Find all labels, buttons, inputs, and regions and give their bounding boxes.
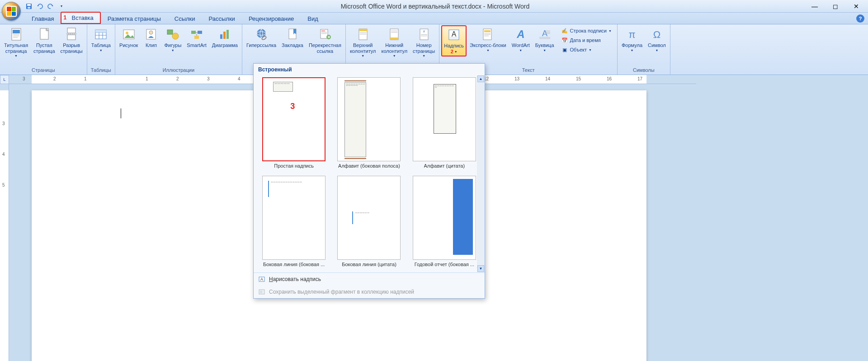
svg-point-21	[149, 31, 153, 34]
gallery-item-alphabet-quote[interactable]: xxx xxx xxx xxx xxx xxx xxx xxx xxx Алфа…	[409, 75, 480, 170]
footer-button[interactable]: Нижнийколонтитул▼	[379, 25, 410, 59]
tab-review[interactable]: Рецензирование	[242, 13, 301, 24]
ruler-corner[interactable]: L	[0, 75, 9, 84]
text-small-buttons: ✍Строка подписи▼ 📅Дата и время ▣Объект▼	[557, 25, 615, 55]
draw-textbox-button[interactable]: A Нарисовать надпись	[254, 273, 485, 286]
chevron-down-icon: ▼	[631, 49, 634, 52]
page-number-button[interactable]: # Номерстраницы▼	[410, 25, 437, 59]
svg-text:π: π	[628, 29, 635, 40]
ruler-vertical[interactable]: 345	[0, 84, 9, 361]
svg-rect-28	[223, 32, 226, 39]
bookmark-button[interactable]: Закладка	[279, 25, 306, 50]
svg-rect-55	[484, 30, 491, 32]
cover-page-button[interactable]: Титульнаястраница▼	[2, 25, 30, 59]
chart-button[interactable]: Диаграмма	[210, 25, 240, 50]
quick-access-toolbar: ▾	[25, 2, 66, 10]
window-title: Microsoft Office Word и вертикальный тек…	[66, 3, 805, 10]
svg-rect-44	[390, 38, 398, 40]
svg-rect-4	[13, 30, 20, 33]
svg-rect-2	[28, 7, 30, 9]
shapes-icon	[165, 27, 180, 42]
close-button[interactable]: ✕	[846, 1, 866, 11]
annotation-2: 2	[451, 49, 453, 54]
textbox-button[interactable]: A Надпись 2▼	[441, 25, 467, 56]
smartart-button[interactable]: SmartArt	[184, 25, 208, 50]
svg-rect-26	[194, 36, 199, 39]
svg-rect-1	[27, 4, 31, 6]
picture-button[interactable]: Рисунок	[117, 25, 141, 50]
tab-page-layout[interactable]: Разметка страницы	[101, 13, 168, 24]
page-break-button[interactable]: Разрывстраницы	[58, 25, 85, 56]
quick-parts-icon	[481, 27, 495, 42]
svg-rect-17	[95, 30, 106, 33]
minimize-button[interactable]: —	[805, 1, 825, 11]
scroll-up-icon[interactable]: ▲	[477, 75, 484, 82]
gallery-item-simple[interactable]: xxxx xxxx xxxx xxxx xxxx 3 Простая надпи…	[258, 75, 330, 170]
object-button[interactable]: ▣Объект▼	[559, 45, 613, 54]
blank-page-icon	[37, 27, 52, 42]
footer-icon	[387, 27, 401, 42]
svg-rect-41	[360, 33, 366, 33]
signature-icon: ✍	[561, 27, 568, 34]
svg-rect-50	[421, 36, 427, 36]
svg-rect-64	[539, 37, 550, 38]
save-selection-button: Сохранить выделенный фрагмент в коллекци…	[254, 286, 485, 298]
qat-customize-icon[interactable]: ▾	[57, 2, 66, 10]
svg-rect-35	[321, 31, 325, 31]
undo-icon[interactable]	[36, 2, 44, 10]
svg-rect-62	[546, 32, 550, 33]
hyperlink-button[interactable]: Гиперссылка	[244, 25, 278, 50]
svg-rect-22	[167, 30, 173, 34]
table-button[interactable]: Таблица▼	[89, 25, 113, 54]
signature-line-button[interactable]: ✍Строка подписи▼	[559, 26, 613, 35]
equation-button[interactable]: π Формула▼	[619, 25, 645, 54]
dropcap-button[interactable]: A Буквица▼	[533, 25, 557, 54]
tab-references[interactable]: Ссылки	[168, 13, 202, 24]
redo-icon[interactable]	[47, 2, 55, 10]
cross-ref-icon	[318, 27, 332, 42]
tab-insert[interactable]: 1 Вставка	[61, 12, 100, 24]
gallery-item-sideline-sidebar[interactable]: xxx xxx xxx xxx xxx xxx xxx xxx xxx xxx …	[258, 174, 330, 269]
tab-home[interactable]: Главная	[25, 13, 61, 24]
gallery-item-sideline-quote[interactable]: xxx xxx xxx xxx xxx xxx Боковая линия (ц…	[333, 174, 405, 269]
chevron-down-icon: ▼	[486, 49, 490, 52]
tab-mailings[interactable]: Рассылки	[202, 13, 242, 24]
scroll-down-icon[interactable]: ▼	[477, 265, 484, 272]
chart-icon	[217, 27, 232, 42]
date-time-button[interactable]: 📅Дата и время	[559, 36, 613, 45]
gallery-scrollbar[interactable]: ▲ ▼	[477, 75, 485, 272]
header-button[interactable]: Верхнийколонтитул▼	[348, 25, 378, 59]
chevron-down-icon: ▼	[589, 48, 592, 52]
svg-rect-42	[360, 34, 366, 34]
smartart-icon	[189, 27, 204, 42]
clip-button[interactable]: Клип	[141, 25, 161, 50]
tab-view[interactable]: Вид	[301, 13, 325, 24]
clip-icon	[144, 27, 158, 42]
header-icon	[356, 27, 370, 42]
chevron-down-icon: ▼	[454, 50, 458, 53]
chevron-down-icon: ▼	[543, 49, 546, 52]
page-break-icon	[64, 27, 79, 42]
svg-text:A: A	[452, 30, 457, 38]
equation-icon: π	[625, 27, 639, 42]
help-icon[interactable]: ?	[856, 14, 864, 23]
textbox-gallery: Встроенный xxxx xxxx xxxx xxxx xxxx 3 Пр…	[253, 63, 485, 299]
save-icon[interactable]	[25, 2, 33, 10]
office-button[interactable]	[0, 0, 23, 23]
chevron-down-icon: ▼	[171, 49, 175, 52]
shapes-button[interactable]: Фигуры▼	[162, 25, 184, 54]
wordart-button[interactable]: A WordArt▼	[509, 25, 532, 54]
quick-parts-button[interactable]: Экспресс-блоки▼	[467, 25, 509, 54]
gallery-item-alphabet-sidebar[interactable]: xxx xxx xxx xxx xxx xxx xxx xxx xxx xxx …	[333, 75, 405, 170]
svg-point-23	[172, 33, 179, 39]
svg-rect-6	[13, 36, 19, 36]
gallery-item-annual-report[interactable]: Годовой отчет (боковая ...	[409, 174, 480, 269]
maximize-button[interactable]: ◻	[826, 1, 845, 11]
symbol-button[interactable]: Ω Символ▼	[646, 25, 668, 54]
svg-rect-5	[13, 34, 19, 35]
svg-rect-46	[391, 32, 397, 33]
group-illustrations: Рисунок Клип Фигуры▼ SmartArt Диаграмма …	[115, 24, 242, 75]
dropcap-icon: A	[538, 27, 552, 42]
blank-page-button[interactable]: Пустаястраница	[31, 25, 57, 56]
cross-ref-button[interactable]: Перекрестнаяссылка	[307, 25, 344, 56]
